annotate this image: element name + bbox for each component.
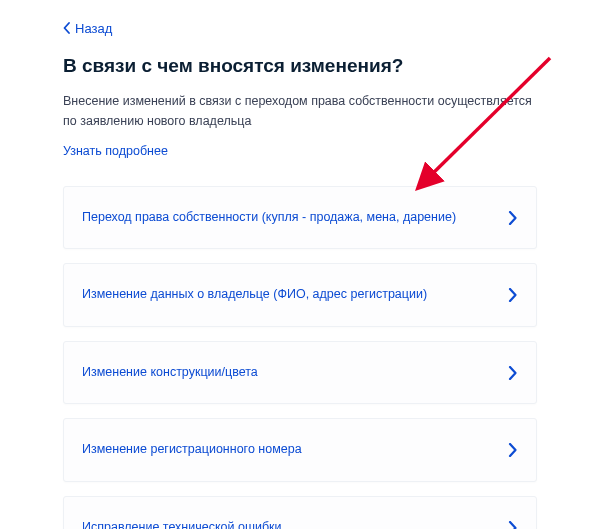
- chevron-right-icon: [508, 288, 518, 302]
- more-link[interactable]: Узнать подробнее: [63, 144, 168, 158]
- chevron-right-icon: [508, 211, 518, 225]
- options-list: Переход права собственности (купля - про…: [63, 186, 537, 529]
- option-owner-data-change[interactable]: Изменение данных о владельце (ФИО, адрес…: [63, 263, 537, 327]
- option-label: Переход права собственности (купля - про…: [82, 209, 456, 227]
- chevron-right-icon: [508, 443, 518, 457]
- page-title: В связи с чем вносятся изменения?: [63, 54, 537, 79]
- option-construction-color[interactable]: Изменение конструкции/цвета: [63, 341, 537, 405]
- option-label: Изменение конструкции/цвета: [82, 364, 258, 382]
- option-label: Изменение данных о владельце (ФИО, адрес…: [82, 286, 427, 304]
- description: Внесение изменений в связи с переходом п…: [63, 92, 537, 131]
- chevron-right-icon: [508, 366, 518, 380]
- option-registration-number[interactable]: Изменение регистрационного номера: [63, 418, 537, 482]
- chevron-left-icon: [63, 22, 71, 34]
- option-technical-error[interactable]: Исправление технической ошибки: [63, 496, 537, 529]
- option-label: Изменение регистрационного номера: [82, 441, 302, 459]
- option-label: Исправление технической ошибки: [82, 519, 282, 529]
- back-label: Назад: [75, 21, 112, 36]
- chevron-right-icon: [508, 521, 518, 529]
- back-link[interactable]: Назад: [63, 21, 112, 36]
- option-ownership-transfer[interactable]: Переход права собственности (купля - про…: [63, 186, 537, 250]
